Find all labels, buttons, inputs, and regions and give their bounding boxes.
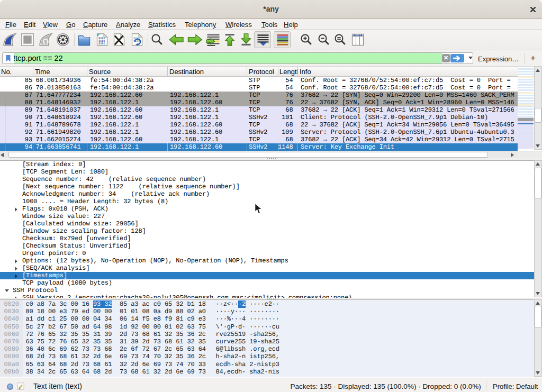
svg-text:0101: 0101 [98,42,105,45]
